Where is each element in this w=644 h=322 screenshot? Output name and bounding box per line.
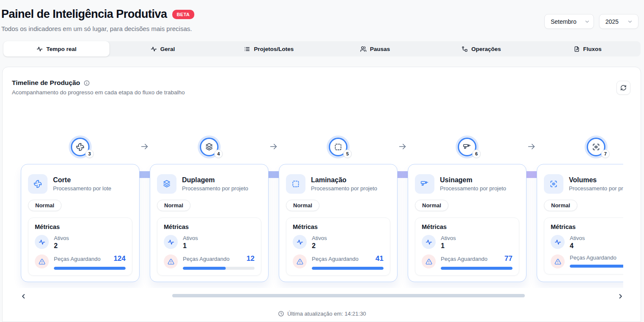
tab-label: Pausas: [370, 46, 390, 52]
arrow-right-icon: [526, 142, 537, 151]
arrow-right-icon: [398, 142, 408, 151]
activity-icon: [551, 235, 565, 249]
active-label: Ativos: [570, 235, 585, 241]
file-chart-icon: [574, 46, 580, 52]
alert-triangle-icon: [422, 254, 436, 268]
horizontal-scrollbar-thumb[interactable]: [172, 294, 525, 297]
alert-triangle-icon: [164, 254, 178, 268]
filters: Setembro 2025: [544, 14, 638, 29]
stage-step-badge: 7: [601, 150, 610, 158]
active-label: Ativos: [312, 235, 327, 241]
active-label: Ativos: [183, 235, 198, 241]
scroll-right-button[interactable]: [616, 291, 625, 301]
active-count: 4: [570, 242, 585, 250]
tab-opera-es[interactable]: Operações: [428, 41, 534, 56]
stage-step-badge: 5: [343, 150, 352, 158]
timeline-icons-row: 3 4 5 6 7: [3, 134, 623, 164]
year-select[interactable]: 2025: [599, 14, 638, 29]
stage-title: Usinagem: [440, 176, 506, 184]
stage-step-badge: 4: [214, 150, 223, 158]
tab-projetos-lotes[interactable]: Projetos/Lotes: [216, 41, 322, 56]
activity-icon: [151, 46, 157, 52]
panel-footer: Última atualização em: 14:21:30: [3, 311, 641, 317]
month-select[interactable]: Setembro: [544, 14, 594, 29]
arrow-right-icon: [269, 142, 279, 151]
alert-triangle-icon: [551, 254, 565, 268]
timeline-panel: Timeline de Produção Acompanhamento do p…: [2, 67, 641, 322]
chevron-down-icon: [627, 19, 633, 25]
waiting-count: 77: [504, 254, 512, 263]
users-icon: [360, 46, 367, 52]
waiting-progress-track: [312, 267, 384, 270]
refresh-button[interactable]: [616, 81, 630, 95]
activity-icon: [36, 46, 43, 52]
alert-triangle-icon: [35, 254, 49, 268]
waiting-progress-track: [54, 267, 126, 270]
dashed-square-icon: [286, 174, 305, 194]
stage-step-badge: 6: [472, 150, 481, 158]
waiting-progress-fill: [54, 267, 126, 270]
timeline-stage-column: 6: [408, 134, 526, 164]
layers-icon: [157, 174, 176, 194]
tab-tempo-real[interactable]: Tempo real: [3, 41, 109, 56]
list-icon: [244, 46, 250, 52]
status-badge: Normal: [28, 200, 62, 211]
stage-card-laminação: Laminação Processamento por projeto Norm…: [279, 164, 398, 282]
tab-pausas[interactable]: Pausas: [322, 41, 428, 56]
info-icon[interactable]: [84, 80, 90, 86]
panel-title: Timeline de Produção: [12, 79, 80, 87]
metrics-panel: Métricas Ativos 1 Peças Aguardando 12: [157, 217, 261, 276]
waiting-progress-fill: [441, 267, 512, 270]
waiting-progress-track: [441, 267, 512, 270]
scroll-left-button[interactable]: [19, 291, 28, 301]
workflow-icon: [462, 46, 468, 52]
stage-node: 6: [458, 138, 476, 156]
status-badge: Normal: [157, 200, 190, 211]
page-title: Painel de Inteligência Produtiva: [1, 8, 167, 21]
year-select-value: 2025: [605, 18, 619, 25]
last-update-text: Última atualização em: 14:21:30: [287, 311, 366, 317]
timeline-stage-column: 5: [279, 134, 398, 164]
metrics-panel: Métricas Ativos 1 Peças Aguardando 77: [415, 217, 519, 276]
stage-title: Volumes: [569, 176, 623, 184]
panel-subtitle: Acompanhamento do progresso em cada etap…: [12, 89, 185, 96]
stage-subtitle: Processamento por projeto: [182, 185, 248, 192]
active-count: 1: [183, 242, 198, 250]
waiting-progress-fill: [183, 267, 226, 270]
timeline-stage-column: 7: [537, 134, 623, 164]
stage-subtitle: Processamento por lote: [53, 185, 111, 192]
active-label: Ativos: [441, 235, 456, 241]
metrics-title: Métricas: [422, 223, 512, 230]
metrics-title: Métricas: [35, 223, 126, 230]
stage-card-volumes: Volumes Processamento por projeto Normal…: [537, 164, 623, 282]
arrow-right-icon: [140, 142, 150, 151]
metrics-title: Métricas: [293, 223, 384, 230]
fan-icon: [28, 174, 48, 194]
waiting-count: 12: [246, 254, 255, 263]
tab-bar: Tempo real Geral Projetos/Lotes Pausas O…: [3, 41, 641, 56]
waiting-label: Peças Aguardando: [183, 256, 230, 262]
chevron-down-icon: [584, 19, 590, 25]
timeline-stage-column: 3: [21, 134, 140, 164]
tab-geral[interactable]: Geral: [109, 41, 216, 56]
stage-cards-strip: Corte Processamento por lote Normal Métr…: [3, 164, 623, 282]
month-select-value: Setembro: [551, 18, 577, 25]
active-label: Ativos: [54, 235, 69, 241]
active-count: 1: [441, 242, 456, 250]
tab-fluxos[interactable]: Fluxos: [535, 41, 641, 56]
active-count: 2: [54, 242, 69, 250]
alert-triangle-icon: [293, 254, 307, 268]
page-subtitle: Todos os indicadores em um só lugar, par…: [1, 25, 192, 32]
activity-icon: [164, 235, 178, 249]
tab-label: Operações: [471, 46, 501, 52]
page-header: Painel de Inteligência Produtiva BETA To…: [0, 0, 644, 41]
tab-label: Fluxos: [583, 46, 602, 52]
stage-title: Duplagem: [182, 176, 248, 184]
tab-label: Geral: [160, 46, 175, 52]
stage-node: 5: [329, 138, 347, 156]
stage-node: 3: [71, 138, 90, 156]
status-badge: Normal: [544, 200, 577, 211]
stage-card-corte: Corte Processamento por lote Normal Métr…: [21, 164, 140, 282]
stage-node: 4: [200, 138, 218, 156]
timeline-scroller: Corte Processamento por lote Normal Métr…: [3, 164, 623, 288]
